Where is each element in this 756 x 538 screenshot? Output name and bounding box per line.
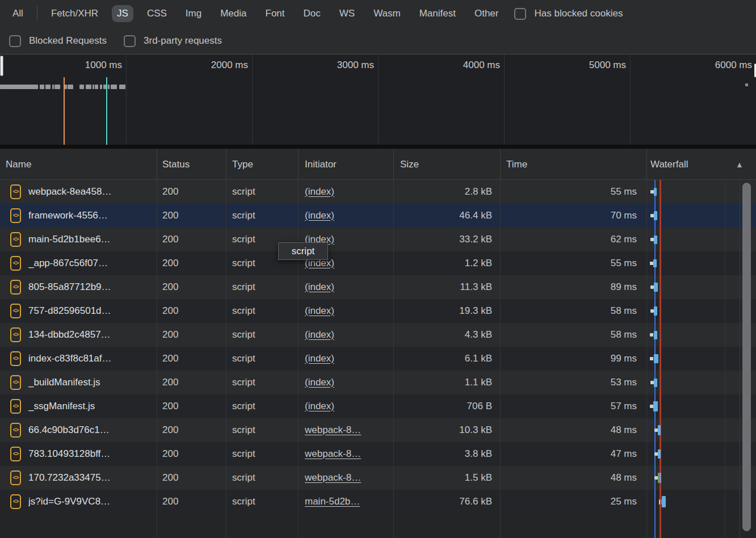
- table-row[interactable]: <> 66.4c90b3d76c1… 200 script webpack-8……: [0, 418, 756, 442]
- table-row[interactable]: <> 134-dbbd2c4857… 200 script (index) 4.…: [0, 323, 756, 347]
- overview-gridline: [630, 54, 631, 145]
- blocked-requests-label[interactable]: Blocked Requests: [29, 35, 107, 47]
- overview-gridline: [252, 54, 253, 145]
- column-header-status[interactable]: Status: [162, 149, 190, 180]
- filter-list: AllFetch/XHRJSCSSImgMediaFontDocWSWasmMa…: [7, 5, 503, 22]
- overview-activity-dash: [95, 85, 98, 89]
- waterfall-cell: [0, 371, 756, 394]
- timeline-overview[interactable]: 1000 ms2000 ms3000 ms4000 ms5000 ms6000 …: [0, 54, 756, 145]
- overview-activity-dash: [40, 85, 44, 89]
- header-separator: [500, 149, 501, 180]
- overview-activity-dash: [86, 85, 91, 89]
- waterfall-bar: [654, 379, 657, 387]
- table-row[interactable]: <> webpack-8ea458… 200 script (index) 2.…: [0, 180, 756, 204]
- overview-activity-dash: [0, 85, 38, 89]
- table-row[interactable]: <> 783.10493128bff… 200 script webpack-8…: [0, 442, 756, 466]
- waterfall-bar: [654, 354, 658, 363]
- header-separator: [646, 149, 647, 180]
- overview-time-label: 1000 ms: [85, 60, 122, 71]
- header-separator: [298, 149, 299, 180]
- table-row[interactable]: <> _app-867c56f07… 200 script (index) 1.…: [0, 251, 756, 275]
- third-party-requests-checkbox-group[interactable]: 3rd-party requests: [124, 35, 222, 47]
- overview-marker-teal: [106, 77, 107, 145]
- table-row[interactable]: <> _buildManifest.js 200 script (index) …: [0, 371, 756, 394]
- waterfall-bar: [654, 211, 657, 220]
- sort-ascending-icon: ▲: [736, 149, 744, 180]
- table-row[interactable]: <> js?id=G-9V9VC8… 200 script main-5d2b……: [0, 490, 756, 514]
- overview-time-label: 5000 ms: [589, 60, 626, 71]
- column-header-time[interactable]: Time: [506, 149, 527, 180]
- column-header-waterfall[interactable]: Waterfall: [650, 149, 688, 180]
- type-tooltip: script: [278, 242, 328, 260]
- overview-time-label: 6000 ms: [715, 60, 752, 71]
- table-row[interactable]: <> 170.7232a33475… 200 script webpack-8……: [0, 466, 756, 490]
- filter-wasm[interactable]: Wasm: [368, 5, 406, 22]
- filter-all[interactable]: All: [7, 5, 28, 22]
- filter-media[interactable]: Media: [215, 5, 251, 22]
- filter-doc[interactable]: Doc: [299, 5, 326, 22]
- request-table-body: <> webpack-8ea458… 200 script (index) 2.…: [0, 180, 756, 538]
- header-separator: [157, 149, 157, 180]
- overview-activity-dash: [65, 85, 67, 89]
- header-separator: [393, 149, 394, 180]
- overview-activity-dash: [79, 85, 84, 89]
- header-separator: [226, 149, 226, 180]
- waterfall-cell: [0, 347, 756, 371]
- waterfall-cell: [0, 228, 756, 251]
- blocked-requests-checkbox[interactable]: [9, 35, 21, 47]
- waterfall-start-tick: [650, 357, 653, 360]
- overview-left-window-grip[interactable]: [0, 56, 3, 76]
- filter-fetch-xhr[interactable]: Fetch/XHR: [46, 5, 103, 22]
- vertical-scrollbar-thumb[interactable]: [742, 183, 751, 531]
- filter-js[interactable]: JS: [112, 5, 133, 22]
- filter-ws[interactable]: WS: [334, 5, 360, 22]
- overview-gridline: [378, 54, 379, 145]
- waterfall-bar: [654, 283, 658, 292]
- column-header-size[interactable]: Size: [400, 149, 419, 180]
- third-party-requests-checkbox[interactable]: [124, 35, 136, 47]
- waterfall-cell: [0, 394, 756, 418]
- overview-activity-dash: [100, 85, 102, 89]
- waterfall-cell: [0, 442, 756, 466]
- waterfall-cell: [0, 204, 756, 228]
- table-row[interactable]: <> main-5d2b1bee6… 200 script (index) 33…: [0, 228, 756, 251]
- waterfall-bar: [653, 401, 658, 411]
- overview-activity-dash: [93, 85, 94, 89]
- waterfall-bar: [654, 188, 657, 196]
- blocked-requests-checkbox-group[interactable]: Blocked Requests: [9, 35, 107, 47]
- filter-manifest[interactable]: Manifest: [414, 5, 461, 22]
- filter-css[interactable]: CSS: [142, 5, 172, 22]
- overview-activity-dash: [108, 85, 110, 89]
- third-party-requests-label[interactable]: 3rd-party requests: [144, 35, 222, 47]
- table-row[interactable]: <> _ssgManifest.js 200 script (index) 70…: [0, 394, 756, 418]
- table-header: Name Status Type Initiator Size Time Wat…: [0, 149, 756, 180]
- table-row[interactable]: <> 757-d82596501d… 200 script (index) 19…: [0, 299, 756, 323]
- column-header-initiator[interactable]: Initiator: [305, 149, 337, 180]
- devtools-network-panel: AllFetch/XHRJSCSSImgMediaFontDocWSWasmMa…: [0, 0, 756, 538]
- filter-other[interactable]: Other: [469, 5, 504, 22]
- table-row[interactable]: <> framework-4556… 200 script (index) 46…: [0, 204, 756, 228]
- waterfall-cell: [0, 299, 756, 323]
- overview-activity-dash: [111, 85, 117, 89]
- overview-activity-dash: [54, 85, 60, 89]
- waterfall-bar: [654, 236, 657, 244]
- waterfall-bar: [658, 425, 661, 435]
- has-blocked-cookies-checkbox-group[interactable]: Has blocked cookies: [514, 8, 623, 20]
- network-filter-bar: AllFetch/XHRJSCSSImgMediaFontDocWSWasmMa…: [0, 0, 756, 54]
- has-blocked-cookies-checkbox[interactable]: [514, 8, 526, 20]
- waterfall-cell: [0, 323, 756, 347]
- has-blocked-cookies-label[interactable]: Has blocked cookies: [534, 8, 623, 19]
- waterfall-cell: [0, 275, 756, 299]
- waterfall-cell: [0, 251, 756, 275]
- filter-img[interactable]: Img: [180, 5, 207, 22]
- waterfall-bar: [658, 449, 661, 459]
- filter-font[interactable]: Font: [261, 5, 290, 22]
- table-row[interactable]: <> 805-85a87712b9… 200 script (index) 11…: [0, 275, 756, 299]
- table-row[interactable]: <> index-c83f8c81af… 200 script (index) …: [0, 347, 756, 371]
- column-header-type[interactable]: Type: [232, 149, 253, 180]
- overview-activity-dash: [119, 85, 125, 89]
- overview-gridline: [126, 54, 127, 145]
- overview-time-label: 4000 ms: [463, 60, 500, 71]
- column-header-name[interactable]: Name: [6, 149, 31, 180]
- overview-activity-dash: [52, 85, 54, 89]
